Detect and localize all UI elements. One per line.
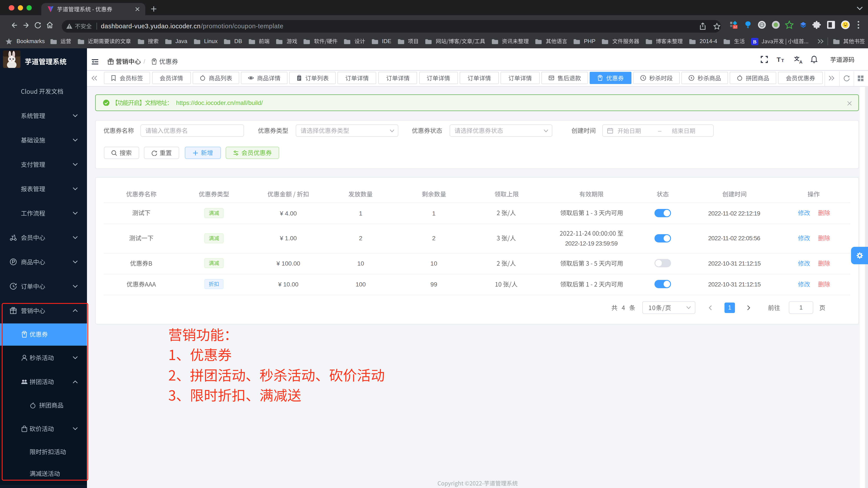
svg-text:12: 12 xyxy=(734,25,737,29)
svg-text:T: T xyxy=(781,58,784,63)
svg-text:B: B xyxy=(753,39,756,45)
svg-text:T: T xyxy=(777,56,781,63)
